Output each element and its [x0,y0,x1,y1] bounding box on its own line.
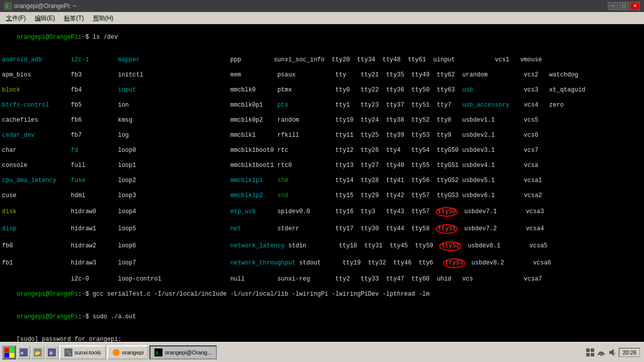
menu-tags[interactable]: 标签(T) [60,13,88,24]
start-button[interactable] [2,345,16,359]
svg-text:🖥: 🖥 [49,351,53,356]
svg-rect-5 [10,348,14,352]
tray-volume-icon[interactable]: ) [608,348,617,357]
svg-text:📂: 📂 [35,350,41,356]
taskbar-sunxi-tools[interactable]: 🔧 sunxi-tools [59,345,106,359]
menu-help[interactable]: 帮助(H) [89,13,118,24]
svg-rect-22 [591,353,594,356]
minimize-button[interactable]: ─ [608,2,618,10]
quick-launch-2[interactable]: 📂 [31,346,44,359]
window-title: orangepi@OrangePi: ~ [14,3,76,10]
svg-text:⊞: ⊞ [21,351,23,356]
tray-grid-icon[interactable] [586,348,595,357]
terminal[interactable]: orangepi@OrangePi:~$ ls /dev android_adb… [0,24,644,342]
svg-rect-20 [591,348,594,352]
terminal-line: orangepi@OrangePi:~$ ls /dev [2,26,642,49]
dev-listing-row15: i2c-0 loop-control null sunxi-reg tty2 t… [2,268,642,283]
menu-file[interactable]: 文件(F) [2,13,30,24]
svg-text:$_: $_ [155,350,161,355]
svg-point-23 [600,354,602,356]
quick-launch-3[interactable]: 🖥 [45,346,58,359]
dev-listing-row13: fb0 hidraw2 loop6 network_latency stdin … [2,234,642,251]
svg-rect-4 [5,348,9,352]
dev-listing-row10: cuse hdmi loop3 mmcblk1p2 snd tty15 tty2… [2,185,642,200]
titlebar-left: $ orangepi@OrangePi: ~ [4,2,76,10]
menubar: 文件(F) 编辑(E) 标签(T) 帮助(H) [0,12,644,24]
dev-listing-row5: cachefiles fb6 kmsg mmcblk0p2 random tty… [2,109,642,124]
dev-listing-row6: cedar_dev fb7 log mmcblk1 rfkill tty11 t… [2,124,642,139]
svg-text:$: $ [5,4,8,9]
titlebar: $ orangepi@OrangePi: ~ ─ □ ✕ [0,0,644,12]
dev-listing-row2: apm_bios fb3 initctl mem psaux tty tty21… [2,64,642,79]
dev-listing-row9: cpu_dma_latency fuse loop2 mmcblk1p1 shm… [2,169,642,185]
svg-text:🔧: 🔧 [66,350,72,356]
system-clock: 20:26 [619,348,640,357]
window-controls: ─ □ ✕ [608,2,640,10]
dev-listing-row4: btrfs-control fb5 ion mmcblk0p1 pts tty1… [2,94,642,109]
menu-edit[interactable]: 编辑(E) [31,13,59,24]
svg-rect-21 [586,353,590,356]
svg-point-16 [113,349,120,356]
terminal-icon: $ [4,2,12,10]
dev-listing-row8: console full loop1 mmcblk1boot1 rtc0 tty… [2,154,642,169]
quick-launch-1[interactable]: ⊞ [17,346,30,359]
gcc-command: orangepi@OrangePi:~$ gcc serialTest.c -I… [2,283,642,306]
close-button[interactable]: ✕ [630,2,640,10]
taskbar-terminal[interactable]: $_ orangepi@Orang... [149,345,217,359]
dev-listing-row3: block fb4 input mmcblk0 ptmx tty0 tty22 … [2,79,642,94]
tray-network-icon[interactable] [597,348,606,357]
dev-listing-row1: android_adb i2c-1 mapper ppp sunxi_soc_i… [2,49,642,64]
system-tray: ) 20:26 [586,348,642,357]
dev-listing-row11: disk hidraw0 loop4 mtp_usb spidev0.0 tty… [2,200,642,217]
svg-text:): ) [614,351,615,355]
svg-rect-19 [586,348,590,352]
dev-listing-row7: char fd loop0 mmcblk1boot0 rtc tty12 tty… [2,139,642,154]
sudo-prompt: [sudo] password for orangepi: [2,328,642,342]
maximize-button[interactable]: □ [619,2,629,10]
dev-listing-row14: fb1 hidraw3 loop7 network_throughput std… [2,251,642,268]
svg-rect-6 [5,353,9,357]
svg-rect-7 [10,353,14,357]
taskbar: ⊞ 📂 🖥 🔧 sunxi-tools orangepi $_ orangepi… [0,342,644,362]
run-command: orangepi@OrangePi:~$ sudo ./a.out [2,306,642,328]
taskbar-orangepi[interactable]: orangepi [107,345,149,359]
svg-marker-24 [609,349,614,356]
dev-listing-row12: disp hidraw1 loop5 net stderr tty17 tty3… [2,217,642,234]
